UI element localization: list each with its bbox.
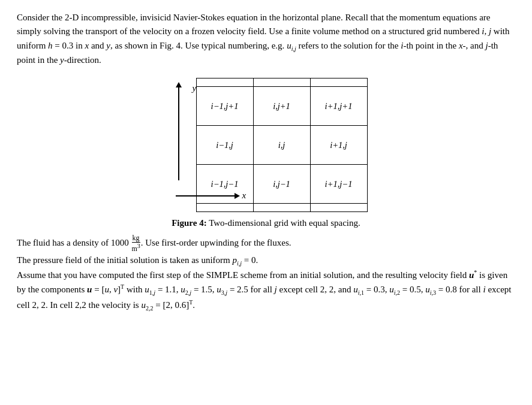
grid-row-top — [196, 78, 367, 87]
figure-area: y x i−1, — [17, 78, 515, 228]
main-content: Consider the 2-D incompressible, invisic… — [17, 11, 515, 313]
frac-denominator: m3 — [131, 243, 140, 253]
grid-cell-top-mid — [253, 78, 310, 87]
x-axis: x — [176, 191, 247, 201]
grid-cell-top-right — [310, 78, 367, 87]
figure-caption-bold: Figure 4: — [172, 218, 206, 228]
grid-cell-3-3: i+1,j−1 — [310, 165, 367, 204]
axis-area: y x — [165, 82, 191, 208]
figure-content: y x i−1, — [165, 78, 368, 212]
grid-cell-bot-right — [310, 204, 367, 212]
simple-line: Assume that you have computed the first … — [17, 268, 515, 313]
y-label: y — [193, 83, 197, 93]
grid-cell-2-1: i−1,j — [196, 126, 253, 165]
density-fraction: kgm3 — [131, 234, 140, 253]
y-line — [178, 87, 179, 180]
figure-caption: Figure 4: Two-dimensional grid with equa… — [172, 218, 360, 228]
grid-cell-bot-left — [196, 204, 253, 212]
grid-cell-1-1: i−1,j+1 — [196, 87, 253, 126]
grid-cell-2-3: i+1,j — [310, 126, 367, 165]
y-arrow — [176, 82, 182, 87]
grid-cell-bot-mid — [253, 204, 310, 212]
bottom-text: The fluid has a density of 1000 kgm3. Us… — [17, 234, 515, 313]
grid-cell-2-2: i,j — [253, 126, 310, 165]
grid-cell-3-2: i,j−1 — [253, 165, 310, 204]
pressure-line: The pressure field of the initial soluti… — [17, 253, 515, 268]
density-line: The fluid has a density of 1000 kgm3. Us… — [17, 234, 515, 253]
and-word: and — [338, 285, 351, 294]
paragraph-1: Consider the 2-D incompressible, invisic… — [17, 11, 515, 67]
frac-numerator: kg — [132, 234, 140, 243]
x-line — [176, 195, 235, 197]
grid-row-bottom — [196, 204, 367, 212]
grid-cell-1-2: i,j+1 — [253, 87, 310, 126]
x-arrow — [235, 193, 240, 199]
grid-cell-top-left — [196, 78, 253, 87]
y-axis: y — [176, 82, 182, 180]
x-label: x — [242, 191, 247, 201]
grid-row-1: i−1,j+1 i,j+1 i+1,j+1 — [196, 87, 367, 126]
grid-cell-1-3: i+1,j+1 — [310, 87, 367, 126]
grid-row-2: i−1,j i,j i+1,j — [196, 126, 367, 165]
